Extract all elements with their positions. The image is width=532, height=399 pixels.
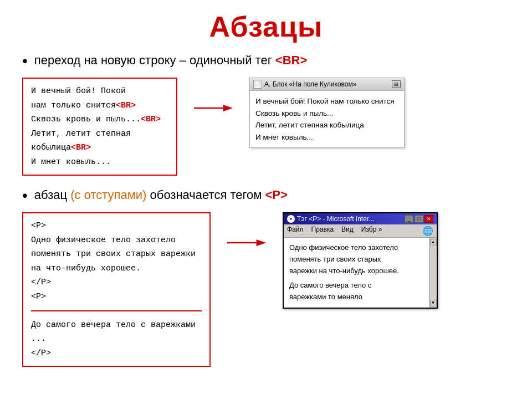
ie-window-1: e Тэг <P> - Microsoft Inter... _ □ ✕ Фай… [283,212,438,309]
ie-title-left: e Тэг <P> - Microsoft Inter... [287,215,374,223]
ie-line: До самого вечера тело с [289,280,423,291]
menu-file[interactable]: Файл [287,226,304,236]
ie-line: Одно физическое тело захотело [289,242,423,254]
ie-scrollbar[interactable]: ▲ ▼ [429,238,437,308]
win-resize-btn[interactable]: ⊞ [392,80,401,88]
section-2: • абзац (с отступами) обозначается тегом… [22,188,510,367]
browser-title-left-1: 📄 А. Блок «На поле Куликовом» [253,80,356,89]
bullet-dot-1: • [22,52,28,70]
ie-title-text: Тэг <P> - Microsoft Inter... [297,215,374,223]
svg-marker-3 [257,239,267,246]
bullet-text-1: переход на новую строку – одиночный тег … [34,53,307,68]
ie-buttons: _ □ ✕ [405,215,433,223]
bullet-text-2: абзац (с отступами) обозначается тегом <… [34,188,288,202]
ie-content-area: Одно физическое тело захотело поменять т… [284,238,437,308]
browser-line: И мнет ковыль... [255,131,398,144]
browser-title-text-1: А. Блок «На поле Куликовом» [264,80,356,88]
code-box-2: <P> Одно физическое тело захотело поменя… [22,212,211,367]
scroll-up-btn[interactable]: ▲ [430,239,437,245]
browser-titlebar-1: 📄 А. Блок «На поле Куликовом» ⊞ [250,78,404,91]
ie-max-btn[interactable]: □ [415,215,423,223]
arrow-2 [227,234,266,251]
browser-line: Летит, летит степная кобылица [255,119,398,131]
scroll-down-btn[interactable]: ▼ [430,300,437,306]
example-row-2: <P> Одно физическое тело захотело поменя… [22,212,510,367]
browser-content-1: И вечный бой! Покой нам только снится Ск… [250,91,404,147]
ie-menubar: Файл Правка Вид Избр » 🌐 [284,224,437,238]
browser-line: И вечный бой! Покой нам только снится [255,95,398,108]
menu-fav[interactable]: Избр » [361,226,382,236]
ie-close-btn[interactable]: ✕ [424,215,433,223]
bullet-dot-2: • [22,187,28,204]
browser-doc-icon: 📄 [253,80,262,89]
ie-line: варежки на что-нибудь хорошее. [289,265,423,277]
browser-buttons-1: ⊞ [392,80,401,88]
ie-titlebar-1: e Тэг <P> - Microsoft Inter... _ □ ✕ [284,213,437,224]
page-title: Абзацы [0,10,532,43]
ie-line: поменять три своих старых [289,254,423,265]
ie-min-btn[interactable]: _ [405,215,413,223]
example-row-1: И вечный бой! Покой нам только снится<BR… [22,78,510,176]
ie-line: варежками то меняло [289,291,423,303]
ie-content-text: Одно физическое тело захотело поменять т… [284,238,429,308]
browser-line: Сквозь кровь и пыль... [255,108,398,120]
menu-view[interactable]: Вид [341,226,354,236]
browser-window-1: 📄 А. Блок «На поле Куликовом» ⊞ И вечный… [249,78,405,148]
ie-globe-icon: 🌐 [422,226,433,236]
arrow-1 [194,100,233,116]
menu-edit[interactable]: Правка [311,226,334,236]
bullet-1: • переход на новую строку – одиночный те… [22,53,510,70]
code-box-1: И вечный бой! Покой нам только снится<BR… [22,78,177,176]
bullet-2: • абзац (с отступами) обозначается тегом… [22,188,510,204]
svg-marker-1 [223,105,233,111]
ie-icon: e [287,215,295,223]
